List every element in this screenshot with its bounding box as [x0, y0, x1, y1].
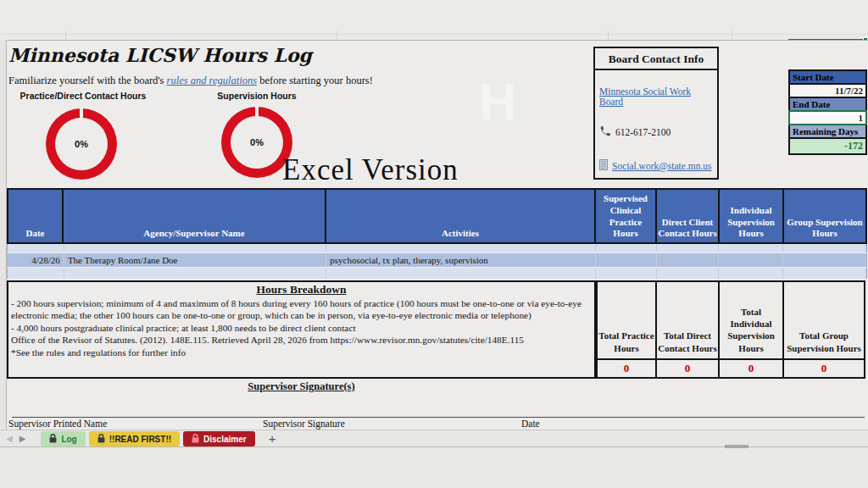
- total-label: Total Individual Supervision Hours: [720, 282, 782, 358]
- total-group-supervision-hours: Total Group Supervision Hours 0: [782, 280, 865, 379]
- cell-agency-supervisor[interactable]: The Therapy Room/Jane Doe: [64, 253, 326, 267]
- remaining-days-value: -172: [788, 137, 867, 155]
- video-watermark: H: [479, 71, 514, 131]
- column-header-agency-supervisor: Agency/Supervisor Name: [64, 190, 326, 242]
- supervisor-printed-name-label: Supervisor Printed Name: [8, 419, 107, 429]
- cell[interactable]: [64, 244, 326, 252]
- total-label: Total Group Supervision Hours: [784, 282, 864, 358]
- grid-tick: [337, 30, 337, 39]
- hours-breakdown-box: Hours Breakdown - 200 hours supervision;…: [7, 280, 596, 379]
- signature-line: [12, 417, 865, 418]
- total-practice-hours: Total Practice Hours 0: [596, 280, 657, 379]
- board-contact-info-box: Board Contact Info Minnesota Social Work…: [593, 47, 719, 180]
- cell-direct-client-contact-hours[interactable]: [657, 253, 720, 267]
- cell-activities[interactable]: psychosocial, tx plan, therapy, supervis…: [326, 253, 595, 267]
- cell[interactable]: [8, 268, 64, 279]
- top-strip: [0, 0, 868, 40]
- cell[interactable]: [719, 244, 783, 252]
- add-sheet-button[interactable]: +: [269, 431, 276, 446]
- social-work-board-link[interactable]: Minnesota Social Work Board: [599, 86, 713, 107]
- total-direct-contact-hours: Total Direct Contact Hours 0: [655, 280, 720, 379]
- breakdown-line: - 4,000 hours postgraduate clinical prac…: [11, 322, 592, 334]
- table-row-entry[interactable]: 4/28/26 The Therapy Room/Jane Doe psycho…: [7, 252, 867, 268]
- table-row-empty[interactable]: [7, 244, 867, 252]
- breakdown-line: - 200 hours supervision; minimum of 4 an…: [11, 297, 592, 322]
- tab-disclaimer[interactable]: Disclaimer: [183, 431, 255, 446]
- bottom-strip: [0, 446, 868, 488]
- tab-label: Disclaimer: [203, 435, 247, 444]
- totals-table: Total Practice Hours 0 Total Direct Cont…: [596, 280, 867, 379]
- board-contact-info-title: Board Contact Info: [595, 48, 717, 70]
- tab-scroll-right-icon[interactable]: ▶: [16, 434, 30, 443]
- supervisor-signatures-heading: Supervisor Signature(s): [7, 380, 596, 393]
- hours-breakdown-title: Hours Breakdown: [11, 283, 592, 297]
- lock-icon: [192, 434, 199, 445]
- cell[interactable]: [719, 268, 783, 279]
- cell[interactable]: [8, 244, 64, 252]
- grid-tick: [65, 30, 66, 39]
- supervision-hours-gauge-label: Supervision Hours: [189, 91, 325, 101]
- cell[interactable]: [657, 244, 720, 252]
- email-icon: [599, 159, 608, 172]
- supervisor-signature-label: Supervisor Signature: [263, 419, 345, 429]
- tab-read-first[interactable]: !!READ FIRST!!: [89, 431, 180, 446]
- board-phone-number: 612-617-2100: [615, 127, 670, 137]
- subtitle-suffix: before starting your hours!: [257, 75, 373, 86]
- scrollbar-segment[interactable]: [725, 445, 748, 448]
- cell-date[interactable]: 4/28/26: [8, 253, 64, 267]
- practice-hours-donut-chart: 0%: [46, 108, 117, 180]
- column-header-direct-client-contact-hours: Direct Client Contact Hours: [657, 190, 720, 242]
- column-header-group-supervision-hours: Group Supervision Hours: [784, 190, 867, 242]
- phone-icon: [599, 125, 611, 139]
- table-row-empty[interactable]: [7, 268, 867, 279]
- total-value: 0: [784, 358, 864, 377]
- grid-line: [0, 34, 868, 35]
- grid-tick: [732, 30, 732, 39]
- board-email-link[interactable]: Social.work@state.mn.us: [612, 161, 712, 171]
- row-header-sliver: [0, 40, 7, 430]
- column-header-date: Date: [7, 190, 64, 242]
- hours-log-table: Date Agency/Supervisor Name Activities S…: [7, 188, 867, 279]
- date-label: Date: [521, 419, 540, 429]
- cell[interactable]: [657, 268, 720, 279]
- cell[interactable]: [596, 244, 657, 252]
- practice-hours-gauge-label: Practice/Direct Contact Hours: [15, 91, 151, 101]
- cell[interactable]: [326, 268, 595, 279]
- total-value: 0: [598, 358, 655, 377]
- breakdown-line: Office of the Revisor of Statutes. (2012…: [11, 334, 592, 346]
- subtitle: Familiarize yourself with the board's ru…: [8, 75, 373, 87]
- subtitle-prefix: Familiarize yourself with the board's: [8, 75, 167, 86]
- column-header-activities: Activities: [326, 190, 596, 242]
- cell-individual-supervision-hours[interactable]: [719, 253, 783, 267]
- date-tracker-panel: Start Date 11/7/22 End Date 1 Remaining …: [788, 69, 867, 155]
- cell[interactable]: [783, 268, 866, 279]
- lock-icon: [97, 434, 105, 445]
- cell[interactable]: [64, 268, 326, 279]
- total-value: 0: [657, 358, 718, 377]
- rules-regulations-link[interactable]: rules and regulations: [167, 75, 257, 86]
- tab-label: !!READ FIRST!!: [109, 435, 171, 444]
- sheet-tab-bar: ◀ ▶ Log !!READ FIRST!! Disclaimer +: [0, 430, 868, 446]
- lock-icon: [49, 434, 57, 445]
- excel-licsw-hours-log-screen: H Minnesota LICSW Hours Log Familiarize …: [0, 0, 868, 488]
- cell-group-supervision-hours[interactable]: [783, 253, 866, 267]
- excel-version-overlay-text: Excel Version: [282, 153, 459, 187]
- column-header-individual-supervision-hours: Individual Supervision Hours: [720, 190, 784, 242]
- breakdown-line: *See the rules and regulations for furth…: [11, 347, 592, 358]
- cell-supervised-clinical-practice-hours[interactable]: [596, 253, 657, 267]
- cell[interactable]: [326, 244, 595, 252]
- cell[interactable]: [783, 244, 866, 252]
- grid-tick: [608, 30, 609, 39]
- total-value: 0: [720, 358, 782, 377]
- total-label: Total Direct Contact Hours: [657, 282, 718, 358]
- tab-log[interactable]: Log: [41, 431, 85, 446]
- cell[interactable]: [596, 268, 657, 279]
- total-label: Total Practice Hours: [598, 282, 655, 358]
- tab-scroll-left-icon[interactable]: ◀: [3, 434, 16, 443]
- tab-label: Log: [61, 435, 76, 444]
- end-date-value-selected-cell[interactable]: 1: [788, 110, 867, 125]
- page-title: Minnesota LICSW Hours Log: [8, 44, 312, 66]
- column-header-supervised-clinical-practice-hours: Supervised Clinical Practice Hours: [596, 190, 657, 242]
- table-header-row: Date Agency/Supervisor Name Activities S…: [7, 188, 867, 244]
- practice-hours-percent: 0%: [46, 108, 117, 180]
